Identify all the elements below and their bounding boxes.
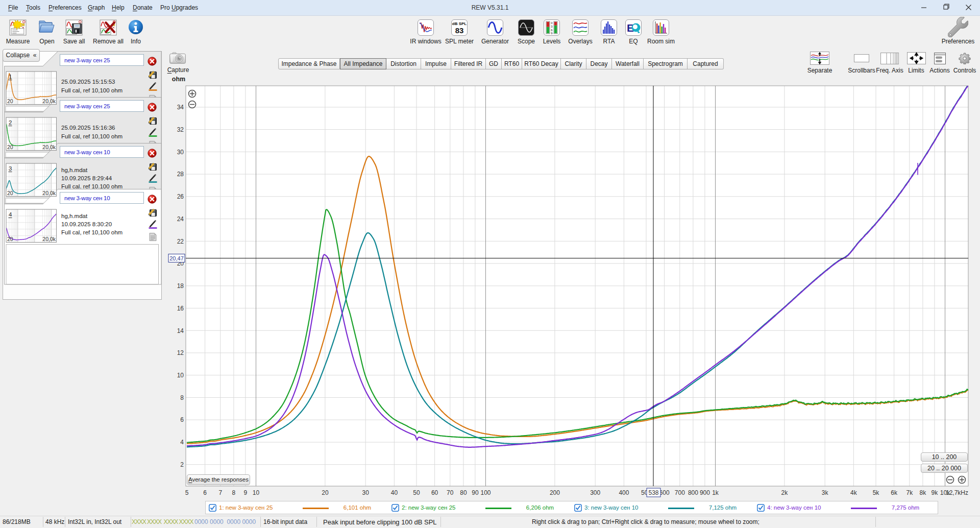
svg-text:5: 5 xyxy=(185,489,189,496)
svg-text:83: 83 xyxy=(455,26,464,35)
svg-text:26: 26 xyxy=(177,193,184,200)
svg-text:10: 10 xyxy=(253,489,260,496)
svg-text:8: 8 xyxy=(180,394,184,401)
svg-text:6: 6 xyxy=(180,416,184,423)
svg-text:2k: 2k xyxy=(781,489,789,496)
svg-text:30: 30 xyxy=(177,149,184,156)
svg-text:9k: 9k xyxy=(932,489,939,496)
svg-text:5k: 5k xyxy=(873,489,880,496)
svg-text:3: 3 xyxy=(9,165,12,172)
svg-text:3k: 3k xyxy=(822,489,829,496)
svg-text:70: 70 xyxy=(447,489,454,496)
svg-text:8: 8 xyxy=(232,489,236,496)
svg-text:50: 50 xyxy=(413,489,420,496)
svg-text:900: 900 xyxy=(700,489,710,496)
svg-text:20: 20 xyxy=(7,190,13,196)
svg-text:9: 9 xyxy=(244,489,248,496)
svg-text:2: 2 xyxy=(180,461,184,468)
svg-text:1: 1 xyxy=(9,74,12,80)
svg-text:12: 12 xyxy=(177,349,184,356)
svg-text:34: 34 xyxy=(177,104,184,111)
svg-text:200: 200 xyxy=(550,489,560,496)
svg-text:30: 30 xyxy=(362,489,370,496)
svg-text:4: 4 xyxy=(180,439,184,446)
svg-text:4k: 4k xyxy=(850,489,857,496)
svg-text:6k: 6k xyxy=(891,489,898,496)
svg-text:400: 400 xyxy=(619,489,629,496)
svg-text:dB SPL: dB SPL xyxy=(452,21,467,26)
svg-text:28: 28 xyxy=(177,171,184,178)
svg-text:4: 4 xyxy=(9,211,12,218)
svg-text:2: 2 xyxy=(9,119,12,126)
svg-text:60: 60 xyxy=(431,489,438,496)
svg-text:20: 20 xyxy=(7,236,13,242)
svg-text:20,0k: 20,0k xyxy=(42,98,56,104)
svg-text:800: 800 xyxy=(688,489,698,496)
svg-text:80: 80 xyxy=(460,489,467,496)
svg-text:40: 40 xyxy=(391,489,398,496)
svg-text:10: 10 xyxy=(177,372,184,379)
svg-text:6: 6 xyxy=(203,489,207,496)
svg-text:20: 20 xyxy=(7,98,13,104)
svg-text:600: 600 xyxy=(659,489,670,496)
svg-text:300: 300 xyxy=(590,489,600,496)
svg-text:20,0k: 20,0k xyxy=(42,144,56,150)
svg-text:14: 14 xyxy=(177,327,184,334)
svg-text:8k: 8k xyxy=(920,489,927,496)
svg-text:22: 22 xyxy=(177,238,184,245)
svg-text:20,0k: 20,0k xyxy=(42,236,56,242)
svg-text:32: 32 xyxy=(177,126,184,133)
svg-text:7: 7 xyxy=(218,489,222,496)
svg-text:20,47: 20,47 xyxy=(169,255,184,261)
svg-text:20: 20 xyxy=(7,144,13,150)
svg-text:18: 18 xyxy=(177,282,184,290)
svg-text:20: 20 xyxy=(322,489,329,496)
svg-text:24: 24 xyxy=(177,215,184,223)
svg-text:12,7kHz: 12,7kHz xyxy=(946,489,968,496)
svg-text:7k: 7k xyxy=(906,489,913,496)
svg-text:16: 16 xyxy=(177,305,184,312)
svg-text:90: 90 xyxy=(472,489,479,496)
svg-text:1k: 1k xyxy=(712,489,719,496)
svg-text:100: 100 xyxy=(480,489,491,496)
svg-text:538: 538 xyxy=(648,489,658,496)
svg-text:700: 700 xyxy=(675,489,685,496)
svg-text:20,0k: 20,0k xyxy=(42,190,56,196)
